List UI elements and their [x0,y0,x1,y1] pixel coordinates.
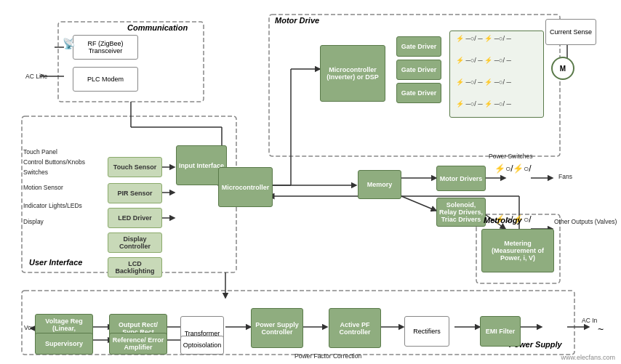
fans-label: Fans [558,173,572,180]
optoisolation-box: Optoisolation [180,336,224,355]
motor-drivers-box: Motor Drivers [436,166,486,191]
power-supply-controller-box: Power Supply Controller [251,308,303,348]
other-outputs-label: Other Outputs (Valves) [554,218,617,225]
plc-modem-box: PLC Modem [73,67,138,92]
gate-driver-3-box: Gate Driver [396,83,441,103]
lcd-backlighting-box: LCD Backlighting [108,257,162,278]
watermark: www.elecfans.com [561,354,615,361]
touch-panel-label: Touch Panel [23,148,57,155]
main-microcontroller-box: Microcontroller [218,167,273,207]
emi-filter-box: EMI Filter [480,316,521,347]
control-buttons-label: Control Buttons/Knobs [23,158,85,166]
power-switch-symbol-1: ⚡○/ [494,163,513,174]
motion-sensor-label: Motion Sensor [23,184,63,191]
rf-transceiver-box: RF (ZigBee) Transceiver [73,35,138,60]
indicator-lights-label: Indicator Lights/LEDs [23,202,82,209]
main-diagram: Communication RF (ZigBee) Transceiver 📡 … [0,0,621,364]
current-sense-box: Current Sense [545,19,596,45]
touch-sensor-box: Touch Sensor [108,157,162,177]
power-switch-symbol-2: ⚡○/ [513,163,532,174]
display-label-left: Display [23,218,44,225]
user-interface-label: User Interface [29,258,82,267]
pir-sensor-box: PIR Sensor [108,183,162,203]
communication-label: Communication [127,23,188,32]
switch-row1: ⚡ ─○/ ─ ⚡ ─○/ ─ [456,35,511,42]
reference-error-box: Reference/ Error Amplifier [109,333,167,355]
motor-microcontroller-box: Microcontroller (Inverter) or DSP [320,45,385,102]
metrology-label: Metrology [484,216,522,225]
led-driver-box: LED Driver [108,208,162,228]
rectifiers-box: Rectifiers [404,316,449,347]
gate-driver-2-box: Gate Driver [396,60,441,80]
ac-line-symbol: ~ [40,71,44,79]
display-controller-box: Display Controller [108,232,162,253]
gate-driver-1-box: Gate Driver [396,36,441,57]
pfc-label: Power Factor Correction [295,352,361,360]
switch-matrix: ⚡ ─○/ ─ ⚡ ─○/ ─ ⚡ ─○/ ─ ⚡ ─○/ ─ ⚡ ─○/ ─ … [449,31,544,118]
solenoid-box: Solenoid, Relay Drivers, Triac Drivers [436,198,486,227]
memory-box: Memory [358,170,401,199]
switch-row3: ⚡ ─○/ ─ ⚡ ─○/ ─ [456,78,511,86]
ac-in-label: AC In [582,317,597,324]
switch-row4: ⚡ ─○/ ─ ⚡ ─○/ ─ [456,100,511,108]
motor-drive-label: Motor Drive [275,16,319,25]
switches-label: Switches [23,169,48,176]
power-switches-label: Power Switches [489,153,532,160]
antenna-icon: 📡 [63,38,75,49]
active-pf-controller-box: Active PF Controller [329,308,381,348]
metering-box: Metering (Measurement of Power, i, V) [481,229,554,272]
motor-symbol: M [551,57,574,80]
switch-row2: ⚡ ─○/ ─ ⚡ ─○/ ─ [456,57,511,64]
supervisory-box: Supervisory [35,333,93,355]
ac-in-symbol: ~ [598,323,604,335]
